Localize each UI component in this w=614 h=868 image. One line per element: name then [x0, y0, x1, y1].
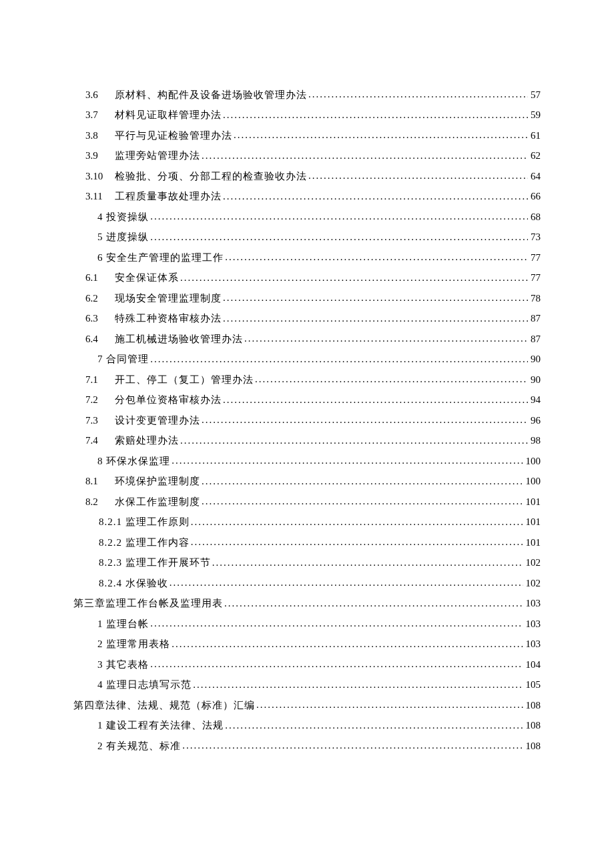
- toc-entry: 第四章法律、法规、规范（标准）汇编108: [73, 697, 541, 713]
- toc-entry-number: 7.1: [85, 372, 115, 387]
- toc-entry-title: 分包单位资格审核办法: [115, 392, 223, 407]
- toc-leader-dots: [223, 311, 528, 322]
- toc-entry-number: 3.9: [85, 148, 115, 163]
- toc-entry-page: 103: [523, 616, 541, 631]
- toc-entry-number: 6.2: [85, 291, 115, 306]
- toc-entry-page: 87: [528, 332, 541, 346]
- toc-entry-page: 66: [528, 189, 541, 203]
- toc-entry-title: 8.2.3 监理工作开展环节: [99, 555, 212, 570]
- toc-entry-title: 设计变更管理办法: [115, 413, 202, 428]
- toc-entry: 3.9监理旁站管理办法62: [73, 148, 541, 163]
- toc-entry: 7.3设计变更管理办法96: [73, 412, 541, 428]
- toc-entry-page: 101: [523, 535, 541, 550]
- toc-entry-title: 5 进度操纵: [97, 230, 150, 244]
- toc-leader-dots: [182, 738, 523, 749]
- toc-entry: 1 建设工程有关法律、法规108: [73, 718, 541, 733]
- toc-leader-dots: [255, 372, 528, 383]
- toc-entry: 6.2现场安全管理监理制度78: [73, 290, 541, 306]
- toc-leader-dots: [202, 412, 528, 424]
- toc-leader-dots: [223, 189, 528, 200]
- toc-entry: 1 监理台帐103: [73, 616, 541, 631]
- toc-leader-dots: [244, 331, 528, 342]
- toc-entry: 3.8平行与见证检验管理办法61: [73, 127, 541, 143]
- toc-entry-page: 104: [523, 657, 541, 672]
- toc-entry-title: 1 建设工程有关法律、法规: [97, 718, 225, 733]
- toc-entry: 3.6原材料、构配件及设备进场验收管理办法57: [73, 87, 541, 102]
- toc-leader-dots: [150, 230, 528, 241]
- toc-entry-title: 1 监理台帐: [97, 616, 150, 631]
- toc-leader-dots: [223, 290, 528, 302]
- toc-entry-page: 94: [528, 392, 541, 407]
- toc-entry-title: 8.2.1 监理工作原则: [99, 514, 191, 529]
- toc-leader-dots: [150, 657, 523, 668]
- toc-leader-dots: [202, 474, 523, 485]
- toc-entry-number: 6.4: [85, 332, 115, 346]
- toc-entry-title: 环境保护监理制度: [115, 474, 202, 488]
- toc-entry: 第三章监理工作台帐及监理用表103: [73, 596, 541, 611]
- toc-entry-title: 2 监理常用表格: [97, 636, 172, 651]
- toc-entry-title: 3 其它表格: [97, 657, 150, 672]
- toc-leader-dots: [172, 453, 523, 464]
- toc-entry: 8 环保水保监理100: [73, 453, 541, 468]
- toc-entry-page: 108: [523, 739, 541, 753]
- toc-entry: 2 有关规范、标准108: [73, 738, 541, 753]
- toc-entry-title: 4 投资操纵: [97, 209, 150, 224]
- toc-entry: 7.4索赔处理办法98: [73, 433, 541, 448]
- toc-entry-page: 108: [523, 698, 541, 713]
- toc-entry-title: 平行与见证检验管理办法: [115, 128, 234, 143]
- toc-entry-page: 62: [528, 148, 541, 163]
- toc-entry-page: 101: [523, 494, 541, 509]
- toc-entry-page: 102: [523, 555, 541, 570]
- toc-entry-number: 3.6: [85, 87, 115, 102]
- toc-entry: 3.11工程质量事故处理办法66: [73, 189, 541, 204]
- toc-entry-page: 102: [523, 576, 541, 590]
- toc-leader-dots: [234, 127, 528, 139]
- toc-entry-title: 4 监理日志填写示范: [97, 677, 193, 692]
- toc-leader-dots: [223, 392, 528, 404]
- toc-entry-page: 101: [523, 514, 541, 529]
- toc-entry-page: 90: [528, 352, 541, 366]
- toc-entry-title: 开工、停工（复工）管理办法: [115, 372, 255, 387]
- toc-entry-page: 100: [523, 474, 541, 488]
- toc-entry-title: 第四章法律、法规、规范（标准）汇编: [73, 698, 256, 713]
- toc-entry-title: 7 合同管理: [97, 352, 150, 366]
- toc-entry: 8.2.1 监理工作原则101: [73, 514, 541, 530]
- toc-entry-title: 原材料、构配件及设备进场验收管理办法: [115, 87, 308, 102]
- toc-entry-number: 8.1: [85, 474, 115, 488]
- toc-leader-dots: [172, 636, 523, 648]
- toc-entry: 3 其它表格104: [73, 657, 541, 672]
- toc-entry-page: 100: [523, 454, 541, 468]
- toc-entry-title: 特殊工种资格审核办法: [115, 311, 223, 326]
- toc-entry-page: 103: [523, 596, 541, 610]
- toc-entry-number: 3.8: [85, 128, 115, 143]
- toc-entry: 5 进度操纵73: [73, 230, 541, 245]
- toc-entry: 7.2分包单位资格审核办法94: [73, 392, 541, 408]
- toc-entry-number: 8.2: [85, 494, 115, 509]
- toc-leader-dots: [223, 107, 528, 119]
- toc-entry-title: 安全保证体系: [115, 270, 180, 285]
- toc-entry-number: 7.4: [85, 433, 115, 448]
- toc-entry: 4 投资操纵68: [73, 209, 541, 224]
- toc-entry: 3.7材料见证取样管理办法59: [73, 107, 541, 123]
- toc-entry-number: 7.2: [85, 392, 115, 407]
- toc-entry-page: 108: [523, 718, 541, 733]
- toc-entry-page: 90: [528, 372, 541, 387]
- toc-leader-dots: [180, 433, 528, 444]
- toc-entry-title: 8.2.4 水保验收: [99, 576, 170, 590]
- toc-entry: 6 安全生产管理的监理工作77: [73, 250, 541, 265]
- toc-leader-dots: [170, 575, 523, 586]
- toc-leader-dots: [150, 209, 528, 220]
- toc-entry-title: 施工机械进场验收管理办法: [115, 332, 244, 346]
- toc-entry-title: 2 有关规范、标准: [97, 739, 182, 753]
- toc-entry-number: 3.11: [85, 189, 115, 203]
- toc-leader-dots: [308, 168, 528, 179]
- toc-leader-dots: [150, 616, 523, 627]
- toc-entry: 8.1环境保护监理制度100: [73, 474, 541, 489]
- toc-entry: 8.2.3 监理工作开展环节102: [73, 555, 541, 570]
- toc-leader-dots: [225, 718, 523, 729]
- toc-entry-page: 77: [528, 250, 541, 265]
- toc-entry-page: 103: [523, 636, 541, 651]
- toc-entry-title: 检验批、分项、分部工程的检查验收办法: [115, 169, 308, 183]
- toc-entry-title: 索赔处理办法: [115, 433, 180, 448]
- toc-page: 3.6原材料、构配件及设备进场验收管理办法573.7材料见证取样管理办法593.…: [0, 0, 614, 868]
